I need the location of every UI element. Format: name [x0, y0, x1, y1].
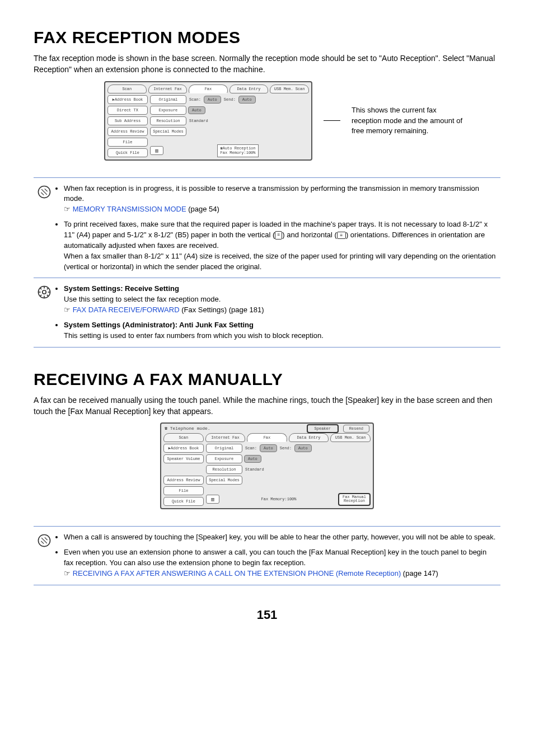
resolution-value: Standard — [188, 119, 209, 123]
reception-mode-value: Auto Reception — [223, 146, 256, 151]
tab-internet-fax-2[interactable]: Internet Fax — [205, 433, 246, 442]
address-review-button-2[interactable]: Address Review — [163, 476, 204, 485]
svg-line-10 — [47, 288, 48, 289]
svg-line-9 — [40, 295, 41, 296]
screen-1: Scan Internet Fax Fax Data Entry USB Mem… — [104, 81, 312, 161]
reception-status-box: ☎Auto Reception Fax Memory:100% — [217, 144, 258, 157]
link-memory-transmission-mode[interactable]: MEMORY TRANSMISSION MODE — [73, 205, 186, 213]
tab-internet-fax[interactable]: Internet Fax — [148, 84, 188, 93]
heading-receiving-fax-manually: RECEIVING A FAX MANUALLY — [34, 370, 500, 389]
direct-tx-button[interactable]: Direct TX — [107, 106, 148, 115]
address-book-button-2[interactable]: ▶Address Book — [163, 444, 204, 453]
send-auto-value: Auto — [238, 96, 256, 104]
address-book-label: Address Book — [115, 97, 143, 102]
figure-1-caption: This shows the current fax reception mod… — [352, 105, 463, 136]
tab-data-entry[interactable]: Data Entry — [229, 84, 269, 93]
tab-usb-mem-scan[interactable]: USB Mem. Scan — [270, 84, 309, 93]
preview-icon[interactable]: ▥ — [150, 146, 163, 155]
sub-address-button[interactable]: Sub Address — [107, 116, 148, 125]
note-box-2: When a call is answered by touching the … — [34, 526, 500, 585]
file-button-2[interactable]: File — [163, 486, 204, 495]
tab-data-entry-2[interactable]: Data Entry — [289, 433, 329, 442]
tab-fax[interactable]: Fax — [189, 84, 228, 93]
vertical-orientation-icon: ≡ — [275, 231, 282, 240]
quick-file-button[interactable]: Quick File — [107, 148, 148, 157]
original-button[interactable]: Original — [150, 95, 186, 104]
link-fax-data-receive-forward[interactable]: FAX DATA RECEIVE/FORWARD — [73, 306, 180, 314]
intro-paragraph-2: A fax can be received manually using the… — [34, 395, 500, 417]
telephone-mode-status: ☎ Telephone mode. — [165, 426, 210, 431]
send-label: Send: — [223, 97, 237, 102]
exposure-auto-value: Auto — [188, 106, 205, 114]
note-bullet-2: To print received faxes, make sure that … — [64, 219, 497, 272]
callout-leader — [324, 120, 340, 121]
svg-point-2 — [43, 290, 46, 294]
scan-label: Scan: — [188, 97, 202, 102]
exposure-auto-value-2: Auto — [244, 455, 261, 463]
tab-scan[interactable]: Scan — [107, 84, 147, 93]
speaker-volume-button[interactable]: Speaker Volume — [163, 454, 204, 463]
tab-scan-2[interactable]: Scan — [163, 433, 204, 442]
exposure-button[interactable]: Exposure — [150, 106, 186, 115]
intro-paragraph-1: The fax reception mode is shown in the b… — [34, 53, 500, 76]
resolution-button[interactable]: Resolution — [150, 116, 186, 125]
fax-manual-reception-button[interactable]: Fax Manual Reception — [338, 493, 371, 506]
scan-label-2: Scan: — [244, 446, 258, 450]
resolution-button-2[interactable]: Resolution — [206, 465, 242, 474]
heading-fax-reception-modes: FAX RECEPTION MODES — [34, 28, 500, 47]
note2-bullet-2: Even when you use an extension phone to … — [64, 547, 497, 579]
link-remote-reception[interactable]: RECEIVING A FAX AFTER ANSWERING A CALL O… — [73, 569, 401, 577]
horizontal-orientation-icon: ≡ — [337, 232, 346, 239]
address-review-button[interactable]: Address Review — [107, 127, 148, 136]
quick-file-button-2[interactable]: Quick File — [163, 497, 204, 506]
scan-auto-value: Auto — [204, 96, 221, 104]
note-icon — [37, 184, 54, 273]
figure-1: Scan Internet Fax Fax Data Entry USB Mem… — [34, 81, 500, 161]
special-modes-button-2[interactable]: Special Modes — [206, 476, 242, 485]
note-icon-2 — [37, 532, 54, 579]
note2-bullet-1: When a call is answered by touching the … — [64, 532, 497, 543]
fax-memory-value: Fax Memory:100% — [220, 151, 255, 155]
settings-icon — [37, 284, 54, 341]
resend-button[interactable]: Resend — [343, 425, 369, 433]
fax-memory-value-2: Fax Memory:100% — [223, 497, 335, 501]
speaker-button[interactable]: Speaker — [307, 424, 339, 433]
send-label-2: Send: — [279, 446, 293, 450]
svg-line-8 — [47, 295, 48, 296]
send-auto-value-2: Auto — [294, 444, 312, 452]
original-button-2[interactable]: Original — [206, 444, 242, 453]
note-box-1: When fax reception is in progress, it is… — [34, 177, 500, 348]
svg-line-7 — [40, 288, 41, 289]
note-bullet-1: When fax reception is in progress, it is… — [64, 184, 497, 215]
scan-auto-value-2: Auto — [260, 444, 277, 452]
special-modes-button[interactable]: Special Modes — [150, 127, 186, 136]
system-setting-anti-junk: System Settings (Administrator): Anti Ju… — [64, 320, 497, 341]
resolution-value-2: Standard — [244, 467, 265, 472]
tab-usb-mem-scan-2[interactable]: USB Mem. Scan — [330, 433, 371, 442]
system-setting-receive: System Settings: Receive Setting Use thi… — [64, 284, 497, 316]
file-button[interactable]: File — [107, 138, 148, 147]
screen-2: ☎ Telephone mode. Speaker Resend Scan In… — [160, 422, 374, 509]
preview-icon-2[interactable]: ▥ — [206, 495, 219, 504]
exposure-button-2[interactable]: Exposure — [206, 454, 242, 463]
page-number: 151 — [34, 608, 500, 622]
tab-fax-2[interactable]: Fax — [247, 433, 287, 442]
address-book-button[interactable]: ▶Address Book — [107, 95, 148, 104]
address-book-label-2: Address Book — [171, 446, 199, 450]
